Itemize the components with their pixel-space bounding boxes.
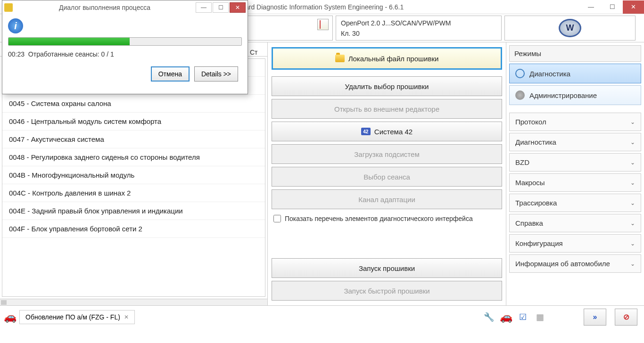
list-item[interactable]: 004B - Многофункциональный модуль — [2, 166, 265, 184]
horizontal-scrollbar[interactable] — [0, 299, 267, 305]
chevron-down-icon: ⌄ — [630, 261, 635, 267]
dialog-details-button[interactable]: Details >> — [194, 66, 238, 82]
minimize-button[interactable]: — — [580, 0, 602, 14]
local-firmware-file-button[interactable]: Локальный файл прошивки — [272, 47, 502, 70]
bottom-tab-label: Обновление ПО а/м (FZG - FL) — [25, 313, 120, 321]
chevron-down-icon: ⌄ — [630, 139, 635, 146]
list-item[interactable]: 004C - Контроль давления в шинах 2 — [2, 184, 265, 202]
middle-column: Локальный файл прошивки Удалить выбор пр… — [268, 42, 506, 305]
mode-administration-button[interactable]: Администрирование — [509, 85, 641, 105]
dialog-cancel-button[interactable]: Отмена — [151, 66, 190, 82]
wrench-icon[interactable]: 🔧 — [482, 310, 496, 324]
run-flash-button[interactable]: Запуск прошивки — [272, 258, 502, 278]
gear-icon — [515, 90, 525, 100]
section-diagnostics[interactable]: Диагностика⌄ — [509, 133, 641, 151]
chevron-down-icon: ⌄ — [630, 159, 635, 166]
list-item[interactable]: 004F - Блок управления бортовой сети 2 — [2, 220, 265, 238]
load-subsystems-button[interactable]: Загрузка подсистем — [272, 144, 502, 164]
section-bzd[interactable]: BZD⌄ — [509, 153, 641, 172]
chevron-down-icon: ⌄ — [630, 119, 635, 125]
dialog-minimize-button[interactable]: — — [196, 2, 212, 13]
dialog-body: i 00:23 Отработанные сеансы: 0 / 1 Отмен… — [2, 15, 248, 85]
device-name: OpenPort 2.0 J...SO/CAN/VPW/PWM — [341, 19, 496, 27]
dialog-titlebar: Диалог выполнения процесса — ☐ ✕ — [2, 0, 248, 15]
list-item[interactable]: 0045 - Система охраны салона — [2, 95, 265, 113]
progress-fill — [8, 38, 130, 45]
adaptation-channel-button[interactable]: Канал адаптации — [272, 189, 502, 209]
right-column: Режимы Диагностика Администрирование Про… — [506, 42, 644, 305]
close-tab-icon[interactable]: ✕ — [124, 314, 129, 320]
section-vehicle-info[interactable]: Информация об автомобиле⌄ — [509, 254, 641, 273]
section-macros[interactable]: Макросы⌄ — [509, 173, 641, 192]
list-item[interactable]: 0047 - Акустическая система — [2, 131, 265, 148]
list-item[interactable]: 004E - Задний правый блок управления и и… — [2, 202, 265, 220]
show-diag-elements-checkbox-row: Показать перечень элементов диагностичес… — [272, 212, 502, 225]
vw-logo-icon: W — [559, 19, 581, 37]
system42-icon: 42 — [361, 128, 371, 135]
mode-diagnostics-button[interactable]: Диагностика — [509, 64, 641, 83]
delete-firmware-selection-button[interactable]: Удалить выбор прошивки — [272, 76, 502, 96]
section-help[interactable]: Справка⌄ — [509, 214, 641, 232]
list-item[interactable]: 0046 - Центральный модуль систем комфорт… — [2, 113, 265, 131]
run-fast-flash-button[interactable]: Запуск быстрой прошивки — [272, 281, 502, 301]
section-tracing[interactable]: Трассировка⌄ — [509, 194, 641, 212]
maximize-button[interactable]: ☐ — [602, 0, 623, 14]
logo-cell: W — [504, 16, 636, 41]
cancel-round-button[interactable]: ⊘ — [615, 309, 637, 326]
interface-info-cell: OpenPort 2.0 J...SO/CAN/VPW/PWM Кл. 30 — [336, 16, 502, 41]
tab-stub[interactable]: Ст — [250, 49, 258, 56]
terminal-label: Кл. 30 — [341, 30, 496, 37]
section-configuration[interactable]: Конфигурация⌄ — [509, 234, 641, 253]
chevron-down-icon: ⌄ — [630, 180, 635, 186]
dialog-status: 00:23 Отработанные сеансы: 0 / 1 — [8, 50, 242, 58]
bottom-bar: 🚗 Обновление ПО а/м (FZG - FL) ✕ 🔧 🚗 ☑ ▦… — [0, 305, 644, 328]
car-icon: 🚗 — [4, 311, 17, 323]
info-icon: i — [8, 18, 23, 33]
checkbox-label: Показать перечень элементов диагностичес… — [285, 215, 473, 222]
session-select-button[interactable]: Выбор сеанса — [272, 167, 502, 187]
dialog-app-icon — [4, 3, 13, 12]
dialog-maximize-button[interactable]: ☐ — [213, 2, 229, 13]
close-button[interactable]: ✕ — [623, 0, 644, 14]
stethoscope-icon — [515, 69, 525, 78]
car-toolbar-icon[interactable]: 🚗 — [499, 310, 513, 324]
section-protocol[interactable]: Протокол⌄ — [509, 113, 641, 131]
progress-bar — [8, 37, 242, 46]
bottom-toolbar: 🔧 🚗 ☑ ▦ » ⊘ — [482, 309, 640, 326]
chevron-down-icon: ⌄ — [630, 220, 635, 227]
show-diag-elements-checkbox[interactable] — [273, 215, 281, 222]
sessions-counter: Отработанные сеансы: 0 / 1 — [28, 50, 114, 58]
progress-dialog: Диалог выполнения процесса — ☐ ✕ i 00:23… — [2, 0, 248, 94]
modes-header: Режимы — [509, 45, 641, 62]
dialog-title: Диалог выполнения процесса — [15, 4, 195, 11]
window-controls: — ☐ ✕ — [580, 0, 644, 14]
notepad-icon[interactable] — [317, 19, 329, 30]
dialog-close-button[interactable]: ✕ — [230, 2, 246, 13]
forward-button[interactable]: » — [584, 309, 606, 326]
open-external-editor-button[interactable]: Открыть во внешнем редакторе — [272, 99, 502, 119]
calendar-icon[interactable]: ▦ — [533, 310, 547, 324]
bottom-tab[interactable]: Обновление ПО а/м (FZG - FL) ✕ — [19, 310, 135, 324]
dialog-buttons: Отмена Details >> — [8, 66, 242, 82]
list-item[interactable]: 0048 - Регулировка заднего сиденья со ст… — [2, 148, 265, 166]
chevron-down-icon: ⌄ — [630, 240, 635, 247]
system-42-button[interactable]: 42 Система 42 — [272, 122, 502, 141]
chevron-down-icon: ⌄ — [630, 200, 635, 206]
folder-icon — [335, 55, 345, 62]
elapsed-time: 00:23 — [8, 50, 25, 58]
checklist-icon[interactable]: ☑ — [516, 310, 530, 324]
